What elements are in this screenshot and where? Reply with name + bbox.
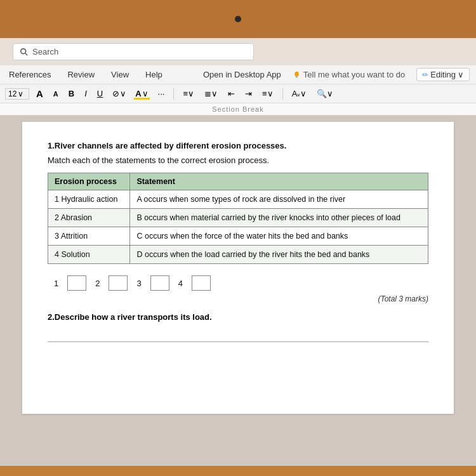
statement-cell: B occurs when material carried by the ri… — [130, 209, 428, 227]
bold-button[interactable]: B — [65, 88, 77, 100]
section-break-bar: Section Break — [0, 103, 476, 116]
font-size-value: 12 — [8, 89, 17, 98]
indent-increase-button[interactable]: ⇥ — [242, 88, 255, 100]
question2-title: 2.Describe how a river transports its lo… — [48, 312, 428, 322]
answer-label-3: 3 — [136, 279, 141, 288]
erosion-table: Erosion process Statement 1 Hydraulic ac… — [48, 173, 428, 264]
menu-review[interactable]: Review — [65, 69, 97, 81]
search-area: Search — [0, 38, 476, 65]
process-cell: 3 Attrition — [48, 227, 130, 246]
statement-cell: D occurs when the load carried by the ri… — [130, 246, 428, 264]
question1-subtitle: Match each of the statements to the corr… — [48, 155, 428, 165]
tell-me-text[interactable]: Tell me what you want to do — [303, 70, 405, 79]
tell-me-area: Tell me what you want to do — [293, 70, 405, 79]
process-cell: 2 Abrasion — [48, 209, 130, 227]
table-row: 4 SolutionD occurs when the load carried… — [48, 246, 428, 264]
search-icon — [20, 48, 29, 56]
svg-point-2 — [294, 72, 299, 77]
process-cell: 4 Solution — [48, 246, 130, 264]
process-cell: 1 Hydraulic action — [48, 190, 130, 209]
table-row: 3 AttritionC occurs when the force of th… — [48, 227, 428, 246]
answer-label-1: 1 — [54, 279, 58, 288]
paragraph-align-button[interactable]: ≡∨ — [259, 88, 277, 100]
table-header-process: Erosion process — [48, 173, 130, 190]
answer-row: 1 2 3 4 — [54, 275, 428, 291]
section-break-label: Section Break — [212, 105, 263, 113]
toolbar-separator — [173, 88, 174, 100]
highlight-chevron: ∨ — [120, 89, 126, 98]
italic-button[interactable]: I — [81, 88, 90, 100]
menu-bar: References Review View Help Open in Desk… — [0, 65, 476, 84]
camera-dot — [235, 16, 241, 22]
editing-button[interactable]: ✏ Editing ∨ — [416, 68, 470, 81]
font-color-chevron: ∨ — [142, 89, 149, 98]
answer-label-4: 4 — [178, 279, 183, 288]
toolbar-separator-2 — [282, 88, 283, 100]
highlight-button[interactable]: ⊘ ∨ — [110, 88, 129, 100]
answer-box-3[interactable] — [150, 275, 169, 291]
pencil-icon: ✏ — [422, 70, 428, 79]
answer-box-1[interactable] — [67, 275, 86, 291]
statement-cell: C occurs when the force of the water hit… — [130, 227, 428, 246]
answer-label-2: 2 — [95, 279, 100, 288]
menu-view[interactable]: View — [109, 69, 131, 81]
answer-line-1[interactable] — [48, 327, 428, 342]
statement-cell: A occurs when some types of rock are dis… — [130, 190, 428, 209]
svg-line-1 — [25, 53, 28, 55]
styles-button[interactable]: Aᵥ∨ — [289, 88, 310, 100]
menu-help[interactable]: Help — [143, 69, 165, 81]
font-color-bar — [134, 98, 149, 100]
more-options-button[interactable]: ··· — [155, 88, 168, 100]
formatting-toolbar: 12 ∨ A A B I U ⊘ ∨ A ∨ ··· ≡∨ ≣∨ ⇤ ⇥ ≡∨ … — [0, 84, 476, 103]
font-color-button[interactable]: A ∨ — [133, 88, 150, 100]
lightbulb-icon — [293, 70, 301, 79]
menu-references[interactable]: References — [6, 69, 53, 81]
total-marks: (Total 3 marks) — [48, 294, 428, 303]
svg-point-0 — [21, 48, 26, 53]
open-desktop-link[interactable]: Open in Desktop App — [203, 70, 281, 79]
font-grow-button[interactable]: A — [33, 87, 46, 100]
document-page: 1.River channels are affected by differe… — [22, 122, 454, 414]
font-size-chevron: ∨ — [18, 89, 23, 98]
search-box[interactable]: Search — [13, 43, 254, 60]
svg-rect-3 — [296, 77, 298, 78]
list-bullet-button[interactable]: ≡∨ — [180, 88, 197, 100]
underline-button[interactable]: U — [94, 88, 106, 100]
table-header-statement: Statement — [130, 173, 428, 190]
font-shrink-button[interactable]: A — [50, 89, 62, 99]
table-row: 2 AbrasionB occurs when material carried… — [48, 209, 428, 227]
list-number-button[interactable]: ≣∨ — [201, 88, 221, 100]
table-row: 1 Hydraulic actionA occurs when some typ… — [48, 190, 428, 209]
answer-box-2[interactable] — [109, 275, 128, 291]
document-area: 1.River channels are affected by differe… — [0, 116, 476, 466]
editing-chevron: ∨ — [458, 70, 464, 79]
editing-label: Editing — [430, 70, 456, 79]
camera-bar — [0, 0, 476, 38]
font-size-selector[interactable]: 12 ∨ — [5, 88, 29, 100]
question1-title: 1.River channels are affected by differe… — [48, 141, 428, 150]
search-placeholder: Search — [32, 47, 58, 56]
answer-box-4[interactable] — [192, 275, 211, 291]
find-button[interactable]: 🔍∨ — [314, 88, 336, 100]
indent-decrease-button[interactable]: ⇤ — [225, 88, 238, 100]
